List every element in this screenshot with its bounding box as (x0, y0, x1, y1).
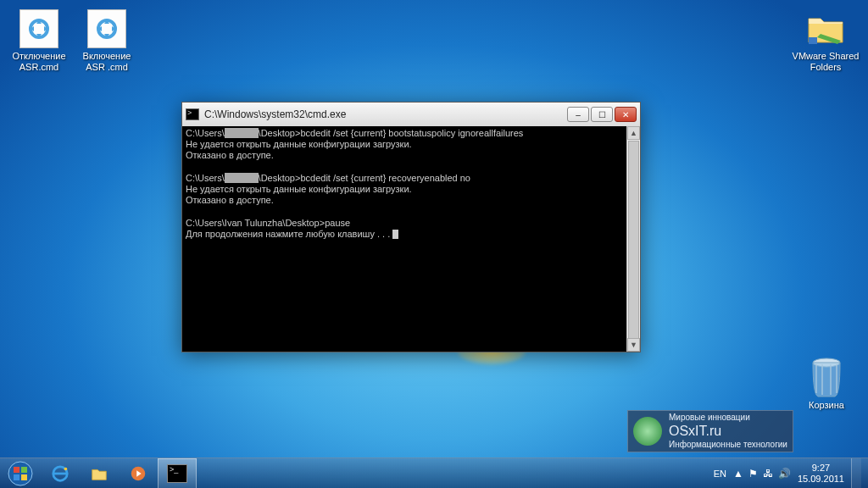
watermark-brand: OSxIT.ru (669, 423, 787, 439)
system-tray: EN ▲ ⚑ 🖧 🔊 9:27 15.09.2011 (710, 458, 868, 488)
watermark-banner: Мировые инновации OSxIT.ru Информационны… (627, 410, 793, 452)
close-button[interactable]: ✕ (615, 107, 637, 122)
cmd-icon (167, 464, 187, 483)
flag-icon[interactable]: ▲ (733, 468, 743, 480)
svg-rect-5 (14, 467, 19, 473)
clock-date: 15.09.2011 (798, 474, 844, 484)
console-output[interactable]: C:\Users\ \Desktop>bcdedit /set {current… (182, 126, 640, 352)
desktop-icon-disable-asr[interactable]: Отключение ASR.cmd (8, 8, 70, 73)
taskbar: EN ▲ ⚑ 🖧 🔊 9:27 15.09.2011 (0, 458, 868, 488)
action-center-icon[interactable]: ⚑ (748, 468, 758, 480)
show-desktop-button[interactable] (851, 458, 861, 489)
maximize-button[interactable]: ☐ (591, 107, 613, 122)
taskbar-pins (41, 458, 197, 488)
desktop-icon-recycle-bin[interactable]: Корзина (797, 358, 856, 411)
taskbar-ie[interactable] (41, 458, 80, 488)
desktop-icon-label: Включение ASR .cmd (76, 51, 137, 73)
svg-rect-2 (809, 37, 817, 44)
window-title: C:\Windows\system32\cmd.exe (204, 108, 567, 120)
desktop-icon-vmware-shared[interactable]: VMware Shared Folders (792, 8, 860, 73)
svg-rect-8 (21, 474, 27, 480)
scroll-thumb[interactable] (628, 141, 639, 344)
cmd-file-icon (19, 8, 59, 49)
desktop-icon-label: VMware Shared Folders (792, 51, 860, 73)
start-button[interactable] (0, 458, 41, 489)
scroll-down-button[interactable]: ▼ (627, 338, 640, 352)
svg-rect-6 (21, 467, 27, 473)
language-indicator[interactable]: EN (714, 469, 726, 479)
desktop-icon-label: Отключение ASR.cmd (8, 51, 70, 73)
minimize-button[interactable]: – (567, 107, 589, 122)
folder-icon (805, 8, 846, 49)
desktop-icon-enable-asr[interactable]: Включение ASR .cmd (76, 8, 137, 73)
globe-icon (633, 417, 662, 446)
svg-point-10 (64, 468, 68, 471)
svg-rect-7 (14, 474, 19, 480)
taskbar-explorer[interactable] (80, 458, 119, 488)
desktop: Отключение ASR.cmd Включение ASR .cmd VM… (0, 0, 868, 488)
taskbar-cmd-running[interactable] (158, 458, 197, 488)
titlebar[interactable]: C:\Windows\system32\cmd.exe – ☐ ✕ (182, 103, 640, 126)
svg-point-4 (8, 462, 32, 485)
watermark-line1: Мировые инновации (669, 413, 787, 423)
taskbar-wmp[interactable] (119, 458, 158, 488)
scrollbar[interactable]: ▲ ▼ (626, 126, 640, 352)
volume-icon[interactable]: 🔊 (778, 468, 791, 480)
taskbar-clock[interactable]: 9:27 15.09.2011 (798, 463, 844, 483)
recycle-bin-icon (806, 358, 847, 398)
cmd-icon (186, 108, 199, 120)
cmd-window[interactable]: C:\Windows\system32\cmd.exe – ☐ ✕ C:\Use… (181, 102, 641, 352)
tray-icons[interactable]: ▲ ⚑ 🖧 🔊 (733, 468, 791, 480)
clock-time: 9:27 (798, 463, 844, 473)
scroll-up-button[interactable]: ▲ (627, 126, 640, 140)
cmd-file-icon (86, 8, 127, 49)
network-icon[interactable]: 🖧 (763, 468, 773, 480)
desktop-icon-label: Корзина (797, 400, 856, 411)
watermark-line2: Информационные технологии (669, 440, 787, 450)
